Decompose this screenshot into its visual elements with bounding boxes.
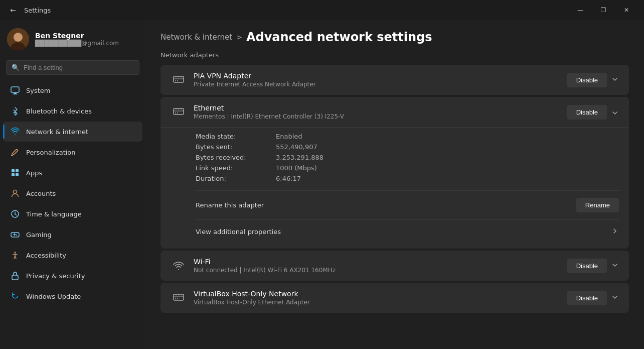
rename-row: Rename this adapterRename xyxy=(196,190,619,219)
svg-rect-4 xyxy=(14,93,17,94)
disable-button-ethernet[interactable]: Disable xyxy=(567,105,607,120)
svg-rect-6 xyxy=(12,169,15,172)
sidebar-item-network[interactable]: Network & internet xyxy=(3,122,142,142)
content-area: Network & internet > Advanced network se… xyxy=(145,20,644,349)
disable-button-wifi[interactable]: Disable xyxy=(567,259,607,273)
rename-adapter-label: Rename this adapter xyxy=(196,201,576,209)
personalization-icon xyxy=(10,147,20,157)
adapter-name-ethernet: Ethernet xyxy=(194,104,560,112)
detail-label: Bytes received: xyxy=(196,154,276,161)
adapter-actions-pia-vpn: Disable xyxy=(567,73,619,87)
sidebar-nav: SystemBluetooth & devicesNetwork & inter… xyxy=(0,80,145,307)
maximize-button[interactable]: ❐ xyxy=(592,2,615,18)
avatar xyxy=(7,28,29,50)
accessibility-icon xyxy=(10,250,20,260)
breadcrumb: Network & internet > Advanced network se… xyxy=(160,30,629,44)
sidebar-item-label-accessibility: Accessibility xyxy=(26,252,66,259)
view-properties-chevron xyxy=(611,227,619,237)
user-email: ██████████@gmail.com xyxy=(35,40,119,47)
svg-point-1 xyxy=(14,33,23,42)
adapter-header-virtualbox[interactable]: VirtualBox Host-Only NetworkVirtualBox H… xyxy=(160,283,629,313)
user-profile[interactable]: Ben Stegner ██████████@gmail.com xyxy=(0,20,145,58)
network-icon xyxy=(10,127,20,137)
sidebar-item-privacy[interactable]: Privacy & security xyxy=(3,266,142,286)
adapter-info-virtualbox: VirtualBox Host-Only NetworkVirtualBox H… xyxy=(194,290,560,306)
adapter-desc-virtualbox: VirtualBox Host-Only Ethernet Adapter xyxy=(194,299,560,306)
sidebar-item-label-apps: Apps xyxy=(26,169,42,177)
svg-point-10 xyxy=(14,190,17,194)
adapter-name-wifi: Wi-Fi xyxy=(194,258,560,266)
adapter-desc-pia-vpn: Private Internet Access Network Adapter xyxy=(194,81,560,88)
section-title: Network adapters xyxy=(160,51,629,59)
breadcrumb-separator: > xyxy=(236,33,242,41)
back-button[interactable]: ← xyxy=(6,3,20,17)
detail-grid-ethernet: Media state:EnabledBytes sent:552,490,90… xyxy=(196,133,619,182)
svg-point-25 xyxy=(177,298,178,299)
svg-point-13 xyxy=(16,234,17,235)
adapter-actions-virtualbox: Disable xyxy=(567,291,619,305)
sidebar-item-label-bluetooth: Bluetooth & devices xyxy=(26,107,92,115)
adapter-name-virtualbox: VirtualBox Host-Only Network xyxy=(194,290,560,298)
view-properties-row[interactable]: View additional properties xyxy=(196,219,619,244)
adapter-info-ethernet: EthernetMementos | Intel(R) Ethernet Con… xyxy=(194,104,560,120)
svg-point-19 xyxy=(177,80,178,81)
sidebar-item-system[interactable]: System xyxy=(3,80,142,100)
adapters-container: PIA VPN AdapterPrivate Internet Access N… xyxy=(160,65,629,313)
detail-value: 1000 (Mbps) xyxy=(276,164,619,172)
sidebar-item-label-time: Time & language xyxy=(26,210,82,218)
adapter-desc-ethernet: Mementos | Intel(R) Ethernet Controller … xyxy=(194,113,560,120)
sidebar-item-label-accounts: Accounts xyxy=(26,190,56,197)
rename-button[interactable]: Rename xyxy=(576,198,619,212)
adapter-info-pia-vpn: PIA VPN AdapterPrivate Internet Access N… xyxy=(194,72,560,88)
titlebar-title: Settings xyxy=(24,7,51,14)
sidebar-item-accounts[interactable]: Accounts xyxy=(3,183,142,203)
apps-icon xyxy=(10,168,20,178)
detail-value: Enabled xyxy=(276,133,619,140)
wifi-icon xyxy=(171,258,187,274)
adapter-card-pia-vpn: PIA VPN AdapterPrivate Internet Access N… xyxy=(160,65,629,95)
adapter-header-pia-vpn[interactable]: PIA VPN AdapterPrivate Internet Access N… xyxy=(160,65,629,95)
adapter-info-wifi: Wi-FiNot connected | Intel(R) Wi-Fi 6 AX… xyxy=(194,258,560,274)
adapter-header-ethernet[interactable]: EthernetMementos | Intel(R) Ethernet Con… xyxy=(160,97,629,127)
search-icon: 🔍 xyxy=(12,64,20,71)
adapter-header-wifi[interactable]: Wi-FiNot connected | Intel(R) Wi-Fi 6 AX… xyxy=(160,251,629,281)
sidebar-item-time[interactable]: Time & language xyxy=(3,204,142,224)
sidebar-item-label-network: Network & internet xyxy=(26,128,88,136)
svg-point-15 xyxy=(15,252,16,253)
detail-label: Link speed: xyxy=(196,164,276,172)
disable-button-virtualbox[interactable]: Disable xyxy=(567,291,607,305)
close-button[interactable]: ✕ xyxy=(615,2,638,18)
sidebar-item-label-system: System xyxy=(26,87,50,94)
detail-label: Media state: xyxy=(196,133,276,140)
adapter-card-virtualbox: VirtualBox Host-Only NetworkVirtualBox H… xyxy=(160,283,629,313)
sidebar-item-bluetooth[interactable]: Bluetooth & devices xyxy=(3,101,142,121)
bluetooth-icon xyxy=(10,106,20,116)
chevron-ethernet[interactable] xyxy=(611,107,619,117)
detail-value: 6:46:17 xyxy=(276,175,619,182)
detail-label: Bytes sent: xyxy=(196,143,276,151)
disable-button-pia-vpn[interactable]: Disable xyxy=(567,73,607,87)
user-info: Ben Stegner ██████████@gmail.com xyxy=(35,32,119,47)
minimize-button[interactable]: — xyxy=(569,2,592,18)
search-box: 🔍 xyxy=(6,60,139,75)
chevron-virtualbox[interactable] xyxy=(611,293,619,303)
chevron-pia-vpn[interactable] xyxy=(611,75,619,85)
adapter-card-ethernet: EthernetMementos | Intel(R) Ethernet Con… xyxy=(160,97,629,249)
svg-rect-8 xyxy=(12,173,15,176)
breadcrumb-parent[interactable]: Network & internet xyxy=(160,33,232,42)
svg-rect-16 xyxy=(12,275,18,280)
sidebar-item-personalization[interactable]: Personalization xyxy=(3,142,142,162)
system-icon xyxy=(10,85,20,95)
main-container: Ben Stegner ██████████@gmail.com 🔍 Syste… xyxy=(0,20,644,349)
svg-rect-9 xyxy=(16,173,19,176)
sidebar-item-accessibility[interactable]: Accessibility xyxy=(3,245,142,265)
sidebar-item-gaming[interactable]: Gaming xyxy=(3,224,142,245)
chevron-wifi[interactable] xyxy=(611,261,619,271)
sidebar-item-apps[interactable]: Apps xyxy=(3,163,142,183)
accounts-icon xyxy=(10,188,20,198)
search-input[interactable] xyxy=(24,64,134,71)
sidebar-item-update[interactable]: Windows Update xyxy=(3,286,142,306)
titlebar: ← Settings — ❐ ✕ xyxy=(0,0,644,20)
sidebar-item-label-gaming: Gaming xyxy=(26,231,52,239)
svg-point-14 xyxy=(16,235,17,236)
